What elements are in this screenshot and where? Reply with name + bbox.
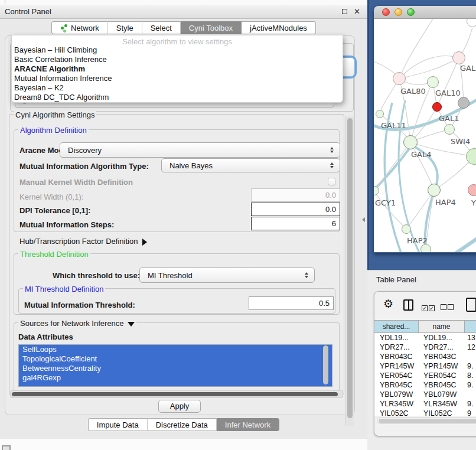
dropdown-item-basic-correlation-inference[interactable]: Basic Correlation Inference [12, 55, 343, 64]
mi-threshold-label: Mutual Information Threshold: [24, 301, 135, 309]
deselect-all-checks-icon[interactable] [441, 302, 455, 312]
list-item-betweennesscentrality[interactable]: BetweennessCentrality [19, 364, 332, 373]
network-edge[interactable] [399, 58, 459, 79]
gear-icon[interactable]: ⚙ [383, 297, 393, 310]
float-icon[interactable] [342, 9, 347, 14]
node-gal1[interactable] [444, 124, 455, 135]
tab-label: Discretize Data [156, 420, 208, 429]
network-edge[interactable] [437, 58, 459, 107]
list-item-gal4rgexp[interactable]: gal4RGexp [19, 373, 332, 383]
table-cell: YBR043C [419, 352, 465, 361]
aracne-mode-combo[interactable]: Discovery [60, 142, 340, 158]
table-row[interactable]: YIL052CYIL052C9 [374, 409, 476, 416]
table-row[interactable]: YER054CYER054C8. [374, 371, 476, 380]
dpi-tolerance-input[interactable]: 0.0 [251, 203, 340, 216]
settings-vertical-scrollbar[interactable] [345, 116, 354, 426]
tab-label: jActiveMNodules [250, 24, 307, 32]
network-canvas[interactable]: GAL80GAL10GALGAL1GAL11GAL4SWI4GCY1HAP4YH… [374, 19, 476, 252]
scrollbar-thumb[interactable] [347, 118, 353, 418]
tab-style[interactable]: Style [108, 21, 142, 34]
table-header: shared...name [374, 320, 476, 333]
dropdown-item-dream8-dc-tdc-algorithm[interactable]: Dream8 DC_TDC Algorithm [12, 93, 343, 102]
table-row[interactable]: YBR045CYBR045C9. [374, 380, 476, 390]
which-threshold-combo[interactable]: MI Threshold [139, 268, 315, 283]
tab-label: Style [116, 24, 133, 32]
tab-label: Cyni Toolbox [189, 24, 233, 32]
table-row[interactable]: YPR145WYPR145W9. [374, 361, 476, 371]
table-cell: YBR045C [419, 380, 465, 390]
node-gray[interactable] [458, 97, 470, 109]
dropdown-item-bayesian-hill-climbing[interactable]: Bayesian – Hill Climbing [12, 45, 343, 55]
close-traffic-light-icon[interactable] [382, 8, 390, 16]
close-icon[interactable]: ✕ [354, 7, 360, 16]
mi-type-label: Mutual Information Algorithm Type: [19, 162, 149, 171]
node-gal4[interactable] [403, 135, 418, 149]
node-label-gal11: GAL11 [381, 121, 406, 130]
node-hap2[interactable] [402, 224, 411, 234]
node-green-bottom[interactable] [420, 244, 431, 252]
tab-select[interactable]: Select [142, 21, 181, 34]
control-panel-titlebar: Control Panel ✕ [0, 5, 367, 19]
node-hap4[interactable] [428, 184, 441, 197]
dropdown-item-aracne-algorithm[interactable]: ARACNE Algorithm [12, 64, 343, 74]
network-edge[interactable] [399, 19, 433, 79]
table-row[interactable]: YLR345WYLR345W9. [374, 399, 476, 409]
node-gal11[interactable] [376, 110, 384, 118]
select-all-checks-icon[interactable]: ✓✓ [422, 302, 436, 312]
network-window-titlebar[interactable] [374, 6, 476, 19]
desktop-background: GAL80GAL10GALGAL1GAL11GAL4SWI4GCY1HAP4YH… [367, 0, 476, 270]
dpi-tolerance-label: DPI Tolerance [0,1]: [19, 206, 90, 215]
table-horizontal-scrollbar[interactable] [377, 417, 476, 424]
dropdown-placeholder: Select algorithm to view settings [12, 35, 343, 45]
column-header-2[interactable] [465, 321, 476, 332]
node-pink-1[interactable] [393, 72, 406, 85]
tab-network[interactable]: Network [51, 21, 108, 34]
data-attributes-list[interactable]: SelfLoopsTopologicalCoefficientBetweenne… [18, 344, 332, 387]
node-red[interactable] [432, 102, 442, 112]
node-pink-2[interactable] [452, 51, 465, 64]
network-edge-thick[interactable] [444, 226, 476, 252]
manual-kernel-checkbox[interactable] [328, 178, 335, 185]
node-label-gcy1: GCY1 [375, 198, 396, 207]
tab-label: Impute Data [97, 420, 139, 429]
top-tab-bar: NetworkStyleSelectCyni ToolboxjActiveMNo… [0, 21, 367, 34]
kernel-width-input[interactable]: 0.0 [251, 188, 340, 202]
scrollbar-thumb[interactable] [12, 392, 338, 396]
mi-type-combo[interactable]: Naive Bayes [161, 158, 340, 172]
network-edge[interactable] [374, 142, 410, 191]
table-row[interactable]: YBL079WYBL079W [374, 390, 476, 399]
minimize-traffic-light-icon[interactable] [395, 8, 402, 16]
column-header-shared[interactable]: shared... [374, 321, 419, 332]
mi-steps-input[interactable]: 6 [251, 217, 340, 230]
table-row[interactable]: YDR27...YDR27...12 [374, 343, 476, 352]
splitter-collapse-icon[interactable] [362, 217, 365, 222]
node-green-top[interactable] [427, 76, 439, 88]
zoom-traffic-light-icon[interactable] [407, 8, 415, 16]
algorithm-definition-label: Algorithm Definition [18, 126, 89, 135]
sources-group-label[interactable]: Sources for Network Inference [18, 319, 136, 328]
dropdown-item-bayesian-k2[interactable]: Bayesian – K2 [12, 83, 343, 93]
table-row[interactable]: YBR043CYBR043C [374, 352, 476, 361]
tab-impute-data[interactable]: Impute Data [88, 418, 148, 431]
column-header-name[interactable]: name [419, 321, 465, 332]
document-icon[interactable] [466, 298, 476, 312]
scrollbar-thumb[interactable] [379, 419, 476, 423]
tab-cyni-toolbox[interactable]: Cyni Toolbox [181, 21, 242, 34]
columns-icon[interactable] [403, 299, 413, 311]
list-item-selfloops[interactable]: SelfLoops [19, 345, 332, 354]
apply-button[interactable]: Apply [158, 400, 201, 413]
corner-handle-icon[interactable] [2, 445, 11, 450]
node-pink-3[interactable] [468, 184, 476, 196]
list-scrollbar[interactable] [323, 345, 328, 384]
list-item-topologicalcoefficient[interactable]: TopologicalCoefficient [19, 354, 332, 364]
mi-threshold-input[interactable]: 0.5 [249, 296, 334, 310]
network-edge-thick[interactable] [374, 145, 412, 194]
tab-infer-network[interactable]: Infer Network [217, 418, 279, 431]
table-toolbar: ⚙ ✓✓ [374, 292, 476, 319]
table-row[interactable]: YDL19...YDL19...13 [374, 333, 476, 343]
settings-horizontal-scrollbar[interactable] [10, 390, 343, 398]
tab-jactivemnodules[interactable]: jActiveMNodules [242, 21, 316, 34]
tab-discretize-data[interactable]: Discretize Data [148, 418, 217, 431]
hub-definition-toggle[interactable]: Hub/Transcription Factor Definition [19, 237, 147, 246]
dropdown-item-mutual-information-inference[interactable]: Mutual Information Inference [12, 74, 343, 83]
